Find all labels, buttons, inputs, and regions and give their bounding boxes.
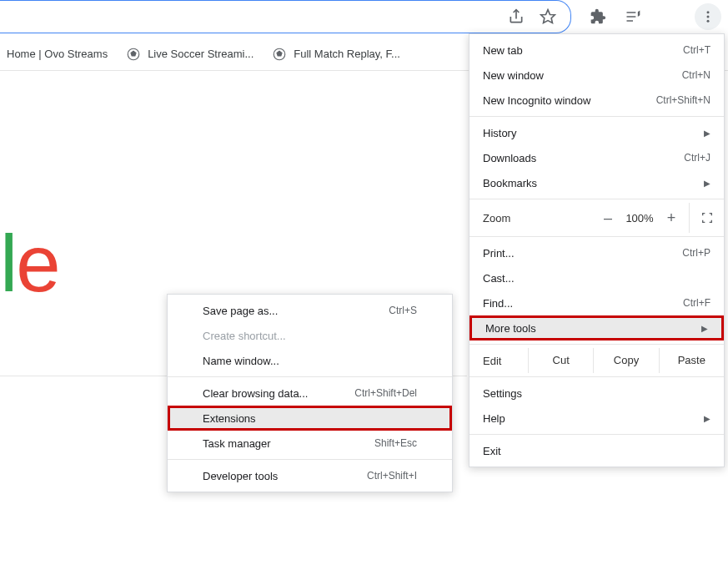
menu-help[interactable]: Help ▶ [469, 406, 724, 431]
submenu-save-page-as[interactable]: Save page as... Ctrl+S [168, 298, 452, 323]
chevron-right-icon: ▶ [704, 129, 710, 138]
bookmark-item[interactable]: Live Soccer Streami... [126, 47, 254, 62]
submenu-name-window[interactable]: Name window... [168, 348, 452, 373]
divider [168, 376, 452, 377]
submenu-create-shortcut: Create shortcut... [168, 323, 452, 348]
divider [469, 376, 724, 377]
menu-new-incognito[interactable]: New Incognito window Ctrl+Shift+N [469, 88, 724, 113]
menu-bookmarks[interactable]: Bookmarks ▶ [469, 170, 724, 195]
menu-button[interactable] [695, 3, 721, 30]
svg-point-3 [707, 20, 710, 23]
cut-button[interactable]: Cut [528, 348, 593, 373]
menu-cast[interactable]: Cast... [469, 265, 724, 290]
soccer-icon [272, 47, 287, 62]
menu-downloads[interactable]: Downloads Ctrl+J [469, 145, 724, 170]
menu-new-tab[interactable]: New tab Ctrl+T [469, 38, 724, 63]
chevron-right-icon: ▶ [704, 414, 710, 423]
bookmark-label: Live Soccer Streami... [148, 48, 254, 60]
chrome-menu: New tab Ctrl+T New window Ctrl+N New Inc… [469, 33, 725, 467]
more-tools-submenu: Save page as... Ctrl+S Create shortcut..… [167, 294, 453, 492]
menu-history[interactable]: History ▶ [469, 120, 724, 145]
google-logo-fragment: le [0, 224, 59, 304]
menu-find[interactable]: Find... Ctrl+F [469, 290, 724, 315]
submenu-extensions[interactable]: Extensions [168, 406, 452, 431]
svg-marker-5 [131, 51, 136, 56]
zoom-in-button[interactable]: + [659, 210, 684, 225]
svg-point-1 [707, 11, 710, 13]
svg-point-2 [707, 16, 710, 18]
menu-more-tools[interactable]: More tools ▶ [469, 315, 724, 340]
bookmark-label: Full Match Replay, F... [294, 48, 400, 60]
paste-button[interactable]: Paste [659, 348, 724, 373]
menu-new-window[interactable]: New window Ctrl+N [469, 63, 724, 88]
divider [469, 344, 724, 345]
divider [469, 116, 724, 117]
copy-button[interactable]: Copy [593, 348, 658, 373]
svg-marker-0 [541, 10, 555, 23]
divider [469, 199, 724, 199]
reading-list-icon[interactable] [623, 7, 643, 27]
zoom-out-button[interactable]: – [595, 210, 620, 225]
menu-exit[interactable]: Exit [469, 438, 724, 463]
submenu-task-manager[interactable]: Task manager Shift+Esc [168, 431, 452, 456]
address-bar[interactable] [0, 0, 571, 33]
divider [168, 459, 452, 460]
menu-zoom: Zoom – 100% + [469, 203, 724, 233]
bookmark-item[interactable]: Full Match Replay, F... [272, 47, 400, 62]
menu-edit-row: Edit Cut Copy Paste [469, 348, 724, 373]
star-icon[interactable] [538, 7, 558, 27]
bookmark-label: Home | Ovo Streams [7, 48, 108, 60]
share-icon[interactable] [506, 7, 526, 27]
divider [469, 434, 724, 435]
soccer-icon [126, 47, 141, 62]
submenu-clear-browsing-data[interactable]: Clear browsing data... Ctrl+Shift+Del [168, 381, 452, 406]
submenu-developer-tools[interactable]: Developer tools Ctrl+Shift+I [168, 463, 452, 488]
chevron-right-icon: ▶ [701, 324, 708, 333]
svg-marker-7 [277, 51, 282, 56]
zoom-percent: 100% [620, 212, 659, 224]
fullscreen-button[interactable] [689, 203, 724, 233]
menu-print[interactable]: Print... Ctrl+P [469, 240, 724, 265]
menu-settings[interactable]: Settings [469, 381, 724, 406]
divider [469, 236, 724, 237]
bookmark-item[interactable]: Home | Ovo Streams [7, 48, 108, 60]
extensions-icon[interactable] [588, 7, 608, 27]
chevron-right-icon: ▶ [704, 179, 710, 188]
